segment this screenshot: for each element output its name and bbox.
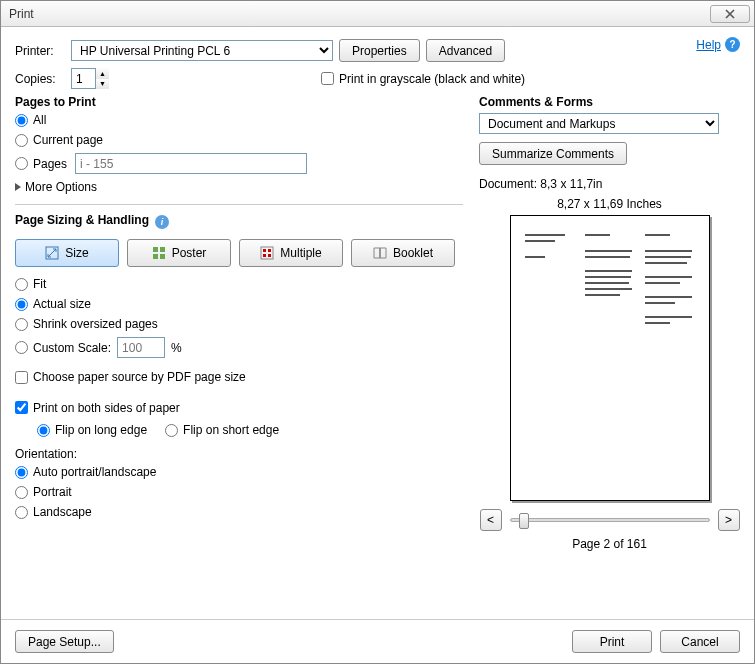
help-label[interactable]: Help (696, 38, 721, 52)
orientation-auto-radio[interactable]: Auto portrait/landscape (15, 465, 463, 479)
preview-slider[interactable] (510, 518, 710, 522)
svg-rect-1 (153, 247, 158, 252)
print-button[interactable]: Print (572, 630, 652, 653)
close-icon (724, 9, 736, 19)
flip-long-radio[interactable]: Flip on long edge (37, 423, 147, 437)
svg-rect-7 (268, 249, 271, 252)
info-icon[interactable]: i (155, 215, 169, 229)
document-dimensions: Document: 8,3 x 11,7in (479, 177, 740, 191)
chevron-right-icon (15, 183, 21, 191)
properties-button[interactable]: Properties (339, 39, 420, 62)
svg-rect-2 (160, 247, 165, 252)
page-setup-button[interactable]: Page Setup... (15, 630, 114, 653)
svg-rect-6 (263, 249, 266, 252)
cancel-button[interactable]: Cancel (660, 630, 740, 653)
multiple-icon (260, 246, 274, 260)
preview-next-button[interactable]: > (718, 509, 740, 531)
comments-forms-title: Comments & Forms (479, 95, 740, 109)
custom-scale-unit: % (171, 341, 182, 355)
orientation-portrait-radio[interactable]: Portrait (15, 485, 463, 499)
titlebar: Print (1, 1, 754, 27)
grayscale-checkbox[interactable]: Print in grayscale (black and white) (321, 72, 525, 86)
svg-rect-9 (268, 254, 271, 257)
svg-rect-8 (263, 254, 266, 257)
separator (15, 204, 463, 205)
actual-size-radio[interactable]: Actual size (15, 297, 463, 311)
slider-thumb[interactable] (519, 513, 529, 529)
svg-rect-3 (153, 254, 158, 259)
tab-multiple[interactable]: Multiple (239, 239, 343, 267)
duplex-checkbox[interactable]: Print on both sides of paper (15, 401, 180, 415)
pages-to-print-title: Pages to Print (15, 95, 463, 109)
svg-rect-5 (261, 247, 273, 259)
orientation-landscape-radio[interactable]: Landscape (15, 505, 463, 519)
help-link[interactable]: Help ? (696, 37, 740, 52)
sizing-title: Page Sizing & Handling (15, 213, 149, 227)
tab-booklet[interactable]: Booklet (351, 239, 455, 267)
pages-all-radio[interactable]: All (15, 113, 463, 127)
window-title: Print (9, 7, 34, 21)
pages-current-radio[interactable]: Current page (15, 133, 463, 147)
paper-dimensions: 8,27 x 11,69 Inches (479, 197, 740, 211)
printer-select[interactable]: HP Universal Printing PCL 6 (71, 40, 333, 61)
comments-forms-select[interactable]: Document and Markups (479, 113, 719, 134)
pages-range-input[interactable] (75, 153, 307, 174)
preview-prev-button[interactable]: < (480, 509, 502, 531)
help-icon: ? (725, 37, 740, 52)
more-options-toggle[interactable]: More Options (15, 180, 463, 194)
preview-page-status: Page 2 of 161 (479, 537, 740, 551)
size-icon (45, 246, 59, 260)
orientation-title: Orientation: (15, 447, 463, 461)
grayscale-label: Print in grayscale (black and white) (339, 72, 525, 86)
custom-scale-input[interactable] (117, 337, 165, 358)
tab-poster[interactable]: Poster (127, 239, 231, 267)
advanced-button[interactable]: Advanced (426, 39, 505, 62)
copies-spinner[interactable]: ▲▼ (95, 68, 109, 89)
flip-short-radio[interactable]: Flip on short edge (165, 423, 279, 437)
printer-label: Printer: (15, 44, 65, 58)
booklet-icon (373, 246, 387, 260)
fit-radio[interactable]: Fit (15, 277, 463, 291)
custom-scale-radio[interactable]: Custom Scale: (15, 341, 111, 355)
copies-label: Copies: (15, 72, 65, 86)
page-preview (510, 215, 710, 501)
summarize-comments-button[interactable]: Summarize Comments (479, 142, 627, 165)
close-button[interactable] (710, 5, 750, 23)
pages-range-radio[interactable]: Pages (15, 157, 67, 171)
poster-icon (152, 246, 166, 260)
svg-rect-4 (160, 254, 165, 259)
tab-size[interactable]: Size (15, 239, 119, 267)
choose-source-checkbox[interactable]: Choose paper source by PDF page size (15, 370, 246, 384)
shrink-radio[interactable]: Shrink oversized pages (15, 317, 463, 331)
